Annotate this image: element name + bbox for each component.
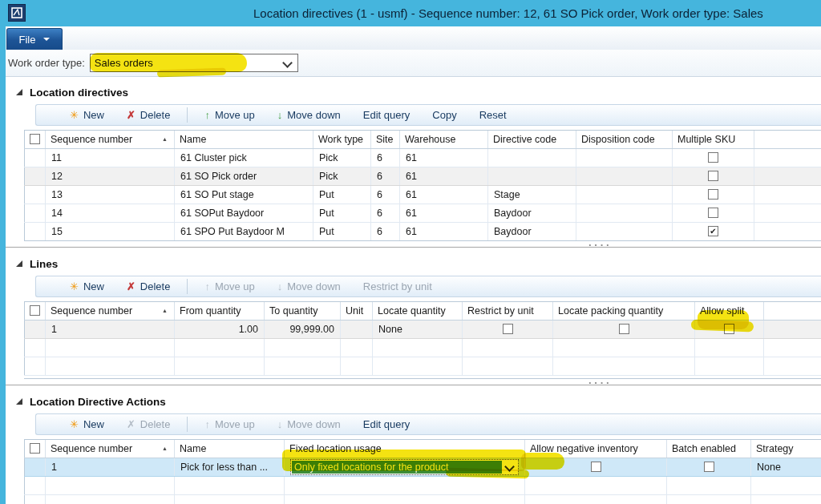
fixed-location-usage-combo[interactable]: Only fixed locations for the product (290, 459, 519, 475)
unit-column-header[interactable]: Unit (341, 302, 373, 320)
directive-code-column-header[interactable]: Directive code (488, 131, 576, 148)
directive-code-cell[interactable]: Baydoor (488, 204, 576, 222)
name-column-header[interactable]: Name (175, 131, 313, 148)
batch-enabled-column-header[interactable]: Batch enabled (667, 440, 751, 458)
work-type-cell[interactable]: Put (313, 222, 371, 240)
warehouse-cell[interactable]: 61 (400, 204, 488, 222)
sequence-number-cell[interactable]: 11 (46, 148, 175, 167)
multiple-sku-checkbox[interactable]: ✔ (708, 226, 718, 236)
new-button[interactable]: ✳New (59, 105, 115, 125)
allow-negative-inventory-checkbox[interactable] (591, 462, 601, 472)
locate-packing-quantity-column-header[interactable]: Locate packing quantity (553, 302, 695, 320)
to-quantity-column-header[interactable]: To quantity (265, 302, 341, 320)
multiple-sku-checkbox[interactable] (708, 152, 718, 163)
row-select-cell[interactable] (25, 458, 46, 476)
filler-cell[interactable] (764, 320, 821, 338)
allow-split-column-header[interactable]: Allow split (695, 302, 764, 320)
section-splitter[interactable]: ···· (6, 241, 821, 250)
disposition-code-cell[interactable] (576, 167, 673, 185)
edit-query-button[interactable]: Edit query (352, 414, 422, 434)
multiple-sku-checkbox[interactable] (708, 208, 718, 218)
multiple-sku-column-header[interactable]: Multiple SKU (673, 131, 754, 148)
disposition-code-column-header[interactable]: Disposition code (576, 131, 673, 148)
sequence-number-cell[interactable]: 12 (46, 167, 175, 185)
sequence-number-column-header[interactable]: Sequence number▲ (46, 131, 175, 148)
work-type-column-header[interactable]: Work type (313, 131, 371, 148)
row-select-cell[interactable] (25, 148, 46, 167)
batch-enabled-checkbox[interactable] (704, 462, 714, 472)
to-quantity-cell[interactable]: 99,999.00 (265, 320, 341, 338)
disposition-code-cell[interactable] (576, 148, 673, 167)
sequence-number-cell[interactable]: 13 (46, 185, 175, 204)
site-cell[interactable]: 6 (371, 167, 400, 185)
copy-button[interactable]: Copy (421, 105, 467, 125)
select-all-header[interactable] (25, 302, 46, 320)
section-header-lines[interactable]: Lines (6, 253, 821, 274)
table-row[interactable]: 11.0099,999.00None (25, 320, 821, 338)
sequence-number-cell[interactable]: 14 (46, 204, 175, 222)
move-up-button[interactable]: ↑Move up (193, 105, 265, 125)
filler-cell[interactable] (754, 185, 821, 204)
reset-button[interactable]: Reset (468, 105, 518, 125)
delete-button[interactable]: ✗Delete (115, 276, 181, 296)
site-column-header[interactable]: Site (371, 131, 400, 148)
file-menu-button[interactable]: File (6, 28, 63, 50)
locate-quantity-cell[interactable]: None (373, 320, 463, 338)
row-select-cell[interactable] (25, 222, 46, 240)
table-row[interactable]: 1361 SO Put stagePut661Stage (25, 185, 821, 204)
work-type-cell[interactable]: Pick (313, 167, 371, 185)
sequence-number-cell[interactable]: 1 (46, 458, 175, 476)
table-row[interactable]: 1261 SO Pick orderPick661 (25, 167, 821, 185)
warehouse-cell[interactable]: 61 (400, 167, 488, 185)
warehouse-cell[interactable]: 61 (400, 222, 488, 240)
filler-cell[interactable] (754, 222, 821, 240)
section-header-location-directive-actions[interactable]: Location Directive Actions (6, 391, 821, 412)
disposition-code-cell[interactable] (576, 222, 673, 240)
name-column-header[interactable]: Name (175, 440, 285, 458)
from-quantity-cell[interactable]: 1.00 (175, 320, 265, 338)
table-row[interactable]: 1461 SOPut BaydoorPut661Baydoor (25, 204, 821, 222)
name-cell[interactable]: 61 SOPut Baydoor (175, 204, 313, 222)
row-select-cell[interactable] (25, 320, 46, 338)
new-button[interactable]: ✳New (59, 414, 115, 434)
select-all-header[interactable] (25, 440, 46, 458)
warehouse-cell[interactable]: 61 (400, 185, 488, 204)
work-type-cell[interactable]: Put (313, 204, 371, 222)
from-quantity-column-header[interactable]: From quantity (175, 302, 265, 320)
directive-code-cell[interactable] (488, 148, 576, 167)
row-select-cell[interactable] (25, 204, 46, 222)
sequence-number-column-header[interactable]: Sequence number▲ (46, 302, 175, 320)
name-cell[interactable]: 61 SO Put stage (175, 185, 313, 204)
name-cell[interactable]: 61 Cluster pick (175, 148, 313, 167)
locate-packing-quantity-checkbox[interactable] (619, 324, 629, 334)
warehouse-cell[interactable]: 61 (400, 148, 488, 167)
strategy-cell[interactable]: None (751, 458, 821, 476)
warehouse-column-header[interactable]: Warehouse (400, 131, 488, 148)
filler-cell[interactable] (754, 204, 821, 222)
site-cell[interactable]: 6 (371, 204, 400, 222)
table-row[interactable] (25, 357, 821, 375)
select-all-checkbox[interactable] (30, 305, 40, 316)
site-cell[interactable]: 6 (371, 185, 400, 204)
table-row[interactable] (25, 476, 821, 494)
move-down-button[interactable]: ↓Move down (266, 105, 352, 125)
restrict-by-unit-column-header[interactable]: Restrict by unit (463, 302, 553, 320)
section-header-location-directives[interactable]: Location directives (6, 82, 821, 103)
allow-negative-inventory-column-header[interactable]: Allow negative inventory (525, 440, 667, 458)
work-order-type-combo[interactable]: Sales orders (90, 54, 298, 72)
site-cell[interactable]: 6 (371, 222, 400, 240)
edit-query-button[interactable]: Edit query (352, 105, 422, 125)
name-cell[interactable]: Pick for less than ... (175, 458, 285, 476)
disposition-code-cell[interactable] (576, 204, 673, 222)
disposition-code-cell[interactable] (576, 185, 673, 204)
locate-quantity-column-header[interactable]: Locate quantity (373, 302, 463, 320)
multiple-sku-checkbox[interactable] (708, 189, 718, 200)
table-row[interactable]: 1161 Cluster pickPick661 (25, 148, 821, 167)
restrict-by-unit-checkbox[interactable] (503, 324, 513, 334)
select-all-checkbox[interactable] (30, 134, 40, 144)
row-select-cell[interactable] (25, 167, 46, 185)
section-splitter[interactable]: ···· (6, 379, 821, 388)
sequence-number-cell[interactable]: 1 (46, 320, 175, 338)
directive-code-cell[interactable] (488, 167, 576, 185)
name-cell[interactable]: 61 SO Pick order (175, 167, 313, 185)
